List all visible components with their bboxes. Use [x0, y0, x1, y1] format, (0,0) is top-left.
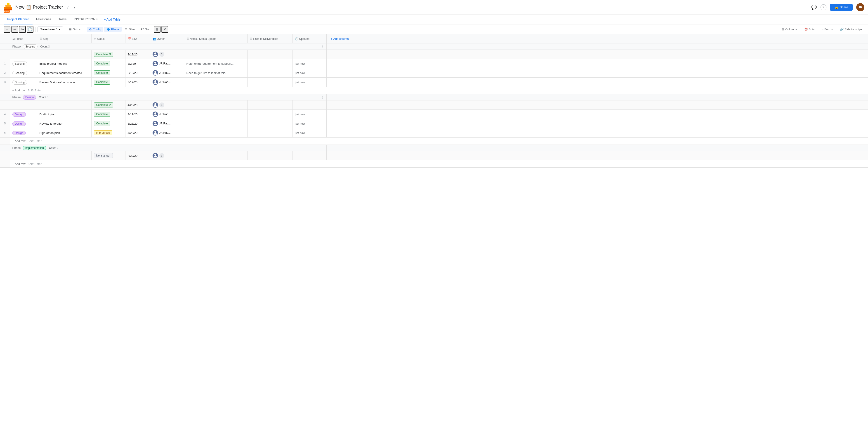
user-avatar[interactable]: JR [856, 3, 864, 11]
phase-tag[interactable]: Scoping [23, 44, 37, 49]
row-owner-cell[interactable]: JR Rap... [150, 128, 184, 138]
row-status-badge[interactable]: Complete [94, 61, 110, 66]
row-links-cell[interactable] [247, 110, 292, 119]
row-status-badge[interactable]: In progress [94, 130, 112, 135]
col-header-step[interactable]: ☰Step [37, 34, 91, 44]
row-links-cell[interactable] [247, 128, 292, 138]
row-phase-cell[interactable]: Design [10, 128, 37, 138]
row-links-cell[interactable] [247, 68, 292, 78]
row-phase-tag[interactable]: Scoping [12, 80, 27, 85]
history-btn[interactable]: 🕐 [27, 26, 33, 33]
col-header-updated[interactable]: 🕐Updated [292, 34, 327, 44]
undo-btn[interactable]: ↩ [11, 26, 18, 33]
tab-tasks[interactable]: Tasks [55, 15, 70, 24]
row-phase-tag[interactable]: Design [12, 121, 26, 126]
phase-tag[interactable]: Design [23, 95, 36, 99]
row-step-cell[interactable]: Requirements document created [37, 68, 91, 78]
row-status-cell[interactable]: Complete [91, 78, 125, 87]
row-status-cell[interactable]: Complete [91, 110, 125, 119]
group-more-btn[interactable]: ⋮ [321, 95, 324, 99]
row-notes-cell[interactable] [184, 119, 247, 128]
add-column-button[interactable]: + Add column [329, 36, 866, 41]
row-step-cell[interactable]: Draft of plan [37, 110, 91, 119]
row-phase-cell[interactable]: Scoping [10, 68, 37, 78]
add-row-label[interactable]: + Add row [12, 139, 26, 143]
more-icon[interactable]: ⋮ [72, 5, 76, 10]
saved-view-button[interactable]: Saved view 1 ▾ [37, 26, 63, 32]
forms-btn[interactable]: ≡ Forms [819, 27, 835, 32]
row-phase-tag[interactable]: Design [12, 112, 26, 117]
relationships-btn[interactable]: 🔗 Relationships [838, 27, 864, 32]
row-step-cell[interactable]: Review & iteration [37, 119, 91, 128]
col-header-notes[interactable]: ☰Notes / Status Update [184, 34, 247, 44]
row-phase-cell[interactable]: Design [10, 119, 37, 128]
row-owner-cell[interactable]: JR Rap... [150, 68, 184, 78]
row-eta-cell[interactable]: 3/10/20 [125, 68, 150, 78]
filter-btn[interactable]: ☰ Filter [123, 27, 137, 32]
add-row-label[interactable]: + Add row [12, 89, 26, 92]
summary-status-cell[interactable]: Complete: 2 [91, 101, 125, 110]
group-more-btn[interactable]: ⋮ [321, 45, 324, 48]
tab-milestones[interactable]: Milestones [33, 15, 55, 24]
add-row-cell[interactable]: + Add row Shift-Enter [10, 161, 868, 168]
help-icon[interactable]: ? [820, 4, 827, 10]
row-step-cell[interactable]: Initial project meeting [37, 59, 91, 68]
row-eta-cell[interactable]: 3/12/20 [125, 78, 150, 87]
row-notes-cell[interactable]: Note: extra requirement to support... [184, 59, 247, 68]
row-phase-cell[interactable]: Scoping [10, 59, 37, 68]
row-eta-cell[interactable]: 3/23/20 [125, 119, 150, 128]
more-options-btn[interactable]: ⊕ [154, 26, 160, 33]
summary-status-cell[interactable]: Not started: [91, 151, 125, 161]
row-notes-cell[interactable] [184, 78, 247, 87]
row-links-cell[interactable] [247, 59, 292, 68]
row-step-cell[interactable]: Review & sign-off on scope [37, 78, 91, 87]
add-row-label[interactable]: + Add row [12, 162, 26, 166]
row-owner-cell[interactable]: JR Rap... [150, 110, 184, 119]
row-links-cell[interactable] [247, 78, 292, 87]
row-status-cell[interactable]: Complete [91, 59, 125, 68]
row-phase-cell[interactable]: Scoping [10, 78, 37, 87]
row-phase-tag[interactable]: Scoping [12, 71, 27, 75]
add-row-cell[interactable]: + Add row Shift-Enter [10, 87, 868, 94]
summary-status-cell[interactable]: Complete: 3 [91, 50, 125, 59]
row-status-badge[interactable]: Complete [94, 112, 110, 117]
star-icon[interactable]: ☆ [66, 5, 70, 10]
row-status-cell[interactable]: Complete [91, 68, 125, 78]
row-notes-cell[interactable] [184, 128, 247, 138]
columns-btn[interactable]: ⊞ Columns [780, 27, 799, 32]
col-header-eta[interactable]: 📅ETA [125, 34, 150, 44]
phase-tag[interactable]: Implementation [23, 146, 46, 150]
close-filter-btn[interactable]: ✕ [161, 26, 168, 33]
row-eta-cell[interactable]: 4/23/20 [125, 128, 150, 138]
row-status-badge[interactable]: Complete [94, 70, 110, 75]
row-phase-cell[interactable]: Design [10, 110, 37, 119]
row-owner-cell[interactable]: JR Rap... [150, 59, 184, 68]
redo-btn[interactable]: ↪ [19, 26, 26, 33]
tab-project-planner[interactable]: Project Planner [4, 15, 33, 24]
sort-btn[interactable]: AZ Sort [138, 27, 153, 32]
group-more-btn[interactable]: ⋮ [321, 146, 324, 149]
share-button[interactable]: 🔒 Share [830, 4, 852, 11]
row-notes-cell[interactable]: Need to get Tim to look at this. [184, 68, 247, 78]
row-links-cell[interactable] [247, 119, 292, 128]
row-step-cell[interactable]: Sign-off on plan [37, 128, 91, 138]
row-status-badge[interactable]: Complete [94, 80, 110, 85]
row-notes-cell[interactable] [184, 110, 247, 119]
add-table-button[interactable]: + Add Table [101, 18, 123, 21]
tab-instructions[interactable]: INSTRUCTIONS [70, 15, 101, 24]
row-owner-cell[interactable]: JR Rap... [150, 119, 184, 128]
row-eta-cell[interactable]: 3/2/20 [125, 59, 150, 68]
col-header-phase[interactable]: ◎Phase [10, 34, 37, 44]
add-row-toolbar-btn[interactable]: + [4, 26, 10, 33]
col-header-owner[interactable]: 👥Owner [150, 34, 184, 44]
config-btn[interactable]: ⚙ Config [87, 27, 103, 32]
row-status-cell[interactable]: In progress [91, 128, 125, 138]
add-row-cell[interactable]: + Add row Shift-Enter [10, 138, 868, 145]
row-owner-cell[interactable]: JR Rap... [150, 78, 184, 87]
grid-view-btn[interactable]: ⊞ Grid ▾ [67, 27, 83, 32]
row-status-badge[interactable]: Complete [94, 121, 110, 126]
row-phase-tag[interactable]: Scoping [12, 61, 27, 66]
col-header-addcol[interactable]: + Add column [327, 34, 868, 44]
phase-btn[interactable]: 🔷 Phase [104, 27, 122, 32]
row-status-cell[interactable]: Complete [91, 119, 125, 128]
